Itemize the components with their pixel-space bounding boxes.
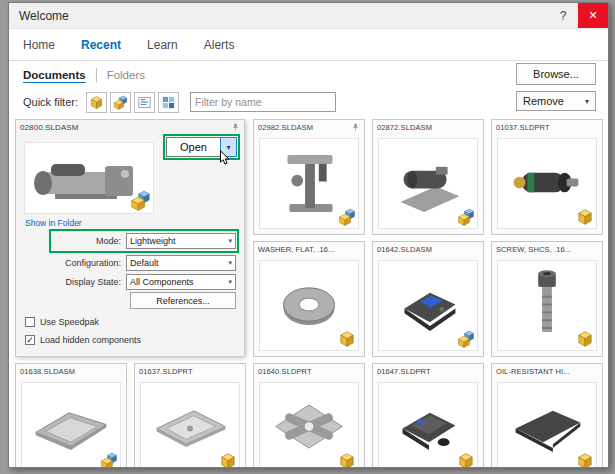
part-badge-icon bbox=[219, 452, 237, 467]
assembly-badge-icon bbox=[130, 190, 151, 211]
dropdown-arrow-icon: ▾ bbox=[228, 259, 232, 267]
divider bbox=[96, 68, 97, 82]
tile-name: 01647.SLDPRT bbox=[377, 367, 431, 376]
remove-label: Remove bbox=[523, 95, 564, 107]
configuration-select[interactable]: Default ▾ bbox=[126, 255, 236, 271]
tile-01642[interactable]: 01642.SLDASM bbox=[372, 241, 484, 357]
part-badge-icon bbox=[576, 330, 594, 348]
tile-thumbnail bbox=[497, 382, 597, 467]
display-state-row: Display State: All Components ▾ bbox=[22, 273, 236, 291]
part-badge-icon bbox=[457, 452, 475, 467]
help-button[interactable]: ? bbox=[548, 3, 578, 28]
load-hidden-checkbox[interactable]: ✓ bbox=[25, 335, 35, 345]
mode-row: Mode: Lightweight ▾ bbox=[52, 232, 236, 250]
quick-filter-row: Quick filter: bbox=[23, 91, 336, 113]
tile-name: 02800.SLDASM bbox=[20, 123, 79, 132]
tile-thumbnail bbox=[24, 142, 154, 214]
tile-01638[interactable]: 01638.SLDASM bbox=[15, 363, 127, 467]
tile-screw[interactable]: SCREW, SHCS, .16... bbox=[491, 241, 603, 357]
title-bar: Welcome ? ✕ bbox=[9, 3, 608, 29]
pin-icon[interactable] bbox=[231, 123, 240, 132]
subtab-folders[interactable]: Folders bbox=[107, 69, 145, 81]
use-speedpak-checkbox[interactable] bbox=[25, 317, 35, 327]
tile-01640[interactable]: 01640.SLDPRT bbox=[253, 363, 365, 467]
recent-documents-grid: 02800.SLDASM Open ▾ Show in Folder bbox=[15, 119, 607, 467]
tile-name: 01638.SLDASM bbox=[20, 367, 75, 376]
tile-thumbnail bbox=[259, 382, 359, 467]
tile-name: SCREW, SHCS, .16... bbox=[496, 245, 571, 254]
tile-thumbnail bbox=[259, 138, 359, 229]
drawing-icon bbox=[137, 95, 152, 110]
use-speedpak-label: Use Speedpak bbox=[40, 317, 99, 327]
show-in-folder-link[interactable]: Show in Folder bbox=[25, 218, 82, 228]
display-state-select[interactable]: All Components ▾ bbox=[126, 274, 236, 290]
use-speedpak-checkbox-row[interactable]: Use Speedpak bbox=[25, 317, 99, 327]
tile-thumbnail bbox=[259, 260, 359, 351]
tile-name: 02982.SLDASM bbox=[258, 123, 313, 132]
filter-assemblies-button[interactable] bbox=[110, 92, 131, 113]
tile-oil-resistant[interactable]: OIL-RESISTANT HI... bbox=[491, 363, 603, 467]
filter-top-level-button[interactable] bbox=[158, 92, 179, 113]
assembly-badge-icon bbox=[457, 330, 475, 348]
load-hidden-checkbox-row[interactable]: ✓ Load hidden components bbox=[25, 335, 141, 345]
filter-drawings-button[interactable] bbox=[134, 92, 155, 113]
subtab-row: Documents Folders bbox=[23, 65, 145, 85]
mode-label: Mode: bbox=[52, 236, 126, 246]
dropdown-arrow-icon: ▾ bbox=[228, 278, 232, 286]
assembly-icon bbox=[113, 95, 128, 110]
tile-02982[interactable]: 02982.SLDASM bbox=[253, 119, 365, 235]
dropdown-arrow-icon: ▾ bbox=[228, 237, 232, 245]
window-title: Welcome bbox=[19, 9, 548, 23]
tile-02872[interactable]: 02872.SLDASM bbox=[372, 119, 484, 235]
tile-name: OIL-RESISTANT HI... bbox=[496, 367, 570, 376]
assembly-badge-icon bbox=[457, 208, 475, 226]
mode-select[interactable]: Lightweight ▾ bbox=[126, 233, 236, 249]
close-button[interactable]: ✕ bbox=[578, 3, 608, 28]
part-badge-icon bbox=[576, 208, 594, 226]
assembly-badge-icon bbox=[100, 452, 118, 467]
part-badge-icon bbox=[576, 452, 594, 467]
tile-thumbnail bbox=[497, 138, 597, 229]
tile-01037[interactable]: 01037.SLDPRT bbox=[491, 119, 603, 235]
tab-alerts[interactable]: Alerts bbox=[204, 38, 235, 52]
quick-filter-label: Quick filter: bbox=[23, 96, 78, 108]
part-badge-icon bbox=[338, 330, 356, 348]
tile-thumbnail bbox=[140, 382, 240, 467]
part-badge-icon bbox=[338, 452, 356, 467]
assembly-badge-icon bbox=[338, 208, 356, 226]
browse-button[interactable]: Browse... bbox=[516, 63, 596, 85]
tile-name: 02872.SLDASM bbox=[377, 123, 432, 132]
configuration-row: Configuration: Default ▾ bbox=[22, 254, 236, 272]
tile-thumbnail bbox=[21, 382, 121, 467]
mouse-cursor-icon bbox=[219, 150, 230, 167]
tile-washer[interactable]: WASHER, FLAT, .16... bbox=[253, 241, 365, 357]
tile-thumbnail bbox=[378, 260, 478, 351]
tile-01637[interactable]: 01637.SLDPRT bbox=[134, 363, 246, 467]
filter-by-name-input[interactable] bbox=[190, 92, 336, 112]
part-icon bbox=[89, 95, 104, 110]
subtab-documents[interactable]: Documents bbox=[23, 69, 86, 81]
open-button[interactable]: Open bbox=[166, 137, 220, 157]
configuration-label: Configuration: bbox=[22, 258, 126, 268]
expanded-tile-02800[interactable]: 02800.SLDASM Open ▾ Show in Folder bbox=[15, 119, 245, 357]
tile-thumbnail bbox=[378, 382, 478, 467]
references-button[interactable]: References... bbox=[130, 292, 236, 309]
tile-name: 01642.SLDASM bbox=[377, 245, 432, 254]
tab-recent[interactable]: Recent bbox=[81, 38, 121, 52]
tile-name: 01037.SLDPRT bbox=[496, 123, 550, 132]
tile-name: 01640.SLDPRT bbox=[258, 367, 312, 376]
pin-icon[interactable] bbox=[351, 123, 360, 132]
tile-thumbnail bbox=[378, 138, 478, 229]
tab-home[interactable]: Home bbox=[23, 38, 55, 52]
top-level-icon bbox=[161, 95, 176, 110]
display-state-label: Display State: bbox=[22, 277, 126, 287]
tile-01647[interactable]: 01647.SLDPRT bbox=[372, 363, 484, 467]
tile-name: WASHER, FLAT, .16... bbox=[258, 245, 335, 254]
remove-button[interactable]: Remove ▾ bbox=[516, 91, 596, 111]
tile-name: 01637.SLDPRT bbox=[139, 367, 193, 376]
tab-learn[interactable]: Learn bbox=[147, 38, 178, 52]
tile-thumbnail bbox=[497, 260, 597, 351]
filter-parts-button[interactable] bbox=[86, 92, 107, 113]
dropdown-arrow-icon: ▾ bbox=[585, 97, 589, 106]
welcome-dialog: Welcome ? ✕ Home Recent Learn Alerts Doc… bbox=[8, 2, 609, 468]
